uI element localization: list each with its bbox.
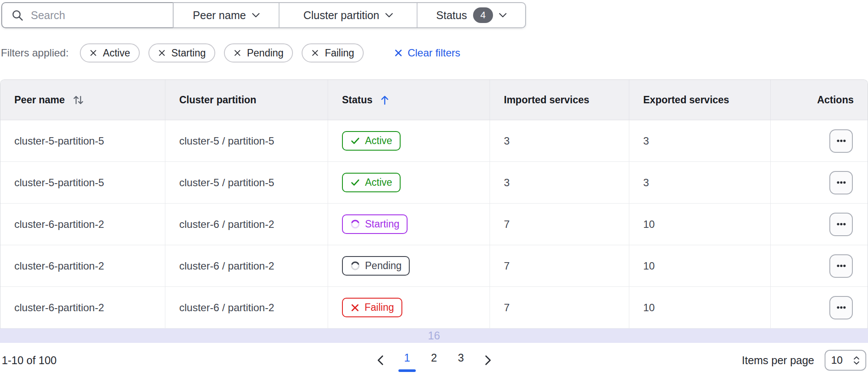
filter-chip-failing[interactable]: Failing — [302, 43, 364, 62]
actions-cell — [770, 120, 868, 161]
close-icon — [311, 49, 319, 57]
clear-filters-label: Clear filters — [408, 47, 460, 59]
chevron-down-icon — [499, 13, 506, 17]
peers-table: Peer name Cluster partition Status Impor… — [0, 79, 868, 329]
exported-services-cell: 3 — [629, 120, 770, 161]
imported-services-cell: 3 — [490, 162, 629, 203]
search-input[interactable] — [31, 9, 161, 22]
actions-cell — [770, 245, 868, 286]
clear-filters-button[interactable]: Clear filters — [394, 47, 460, 59]
table-row: cluster-6-partition-2 cluster-6 / partit… — [0, 245, 868, 287]
cluster-partition-cell: cluster-6 / partition-2 — [165, 204, 328, 245]
cluster-partition-cell: cluster-6 / partition-2 — [165, 245, 328, 286]
status-badge-pending: Pending — [342, 256, 410, 276]
close-icon — [394, 49, 403, 57]
status-badge-starting: Starting — [342, 214, 408, 234]
filters-applied-label: Filters applied: — [1, 47, 69, 59]
ellipsis-icon — [836, 261, 846, 271]
chevron-left-icon — [377, 355, 384, 365]
filters-applied-row: Filters applied: Active Starting Pending… — [1, 43, 460, 62]
active-page-underline — [398, 369, 416, 372]
chevron-down-icon — [385, 13, 393, 17]
ellipsis-icon — [836, 136, 846, 146]
close-icon — [89, 49, 97, 57]
status-badge-label: Pending — [365, 260, 401, 272]
check-icon — [350, 136, 360, 146]
filter-chip-label: Failing — [325, 47, 354, 59]
column-header-status[interactable]: Status — [328, 80, 490, 120]
peers-table-page: Peer name Cluster partition Status 4 Fil… — [0, 0, 868, 375]
check-icon — [350, 178, 360, 188]
filter-chip-label: Active — [103, 47, 130, 59]
row-actions-button[interactable] — [829, 254, 853, 278]
peer-name-dropdown-label: Peer name — [193, 9, 246, 22]
status-dropdown[interactable]: Status 4 — [417, 3, 525, 27]
cluster-partition-cell: cluster-5 / partition-5 — [165, 162, 328, 203]
column-header-imported-services: Imported services — [490, 80, 629, 120]
cluster-partition-dropdown[interactable]: Cluster partition — [279, 3, 417, 27]
column-header-label: Peer name — [14, 94, 65, 106]
peer-name-cell: cluster-5-partition-5 — [0, 120, 165, 161]
filter-chip-starting[interactable]: Starting — [148, 43, 215, 62]
ellipsis-icon — [836, 303, 846, 312]
exported-services-cell: 10 — [629, 287, 770, 328]
select-spinner-icon — [853, 355, 860, 365]
sort-both-icon — [72, 94, 84, 106]
previous-page-button[interactable] — [370, 348, 391, 372]
row-actions-button[interactable] — [829, 171, 853, 194]
column-header-label: Status — [342, 94, 372, 106]
page-button-3[interactable]: 3 — [450, 348, 471, 372]
column-header-label: Actions — [817, 94, 854, 106]
filter-chip-pending[interactable]: Pending — [224, 43, 293, 62]
search-icon — [11, 9, 24, 22]
filter-dropdown-group: Peer name Cluster partition Status 4 — [173, 2, 526, 28]
spinner-icon — [350, 219, 360, 229]
next-page-button[interactable] — [477, 348, 498, 372]
peer-name-dropdown[interactable]: Peer name — [174, 3, 279, 27]
page-button-2[interactable]: 2 — [424, 348, 444, 372]
page-number: 2 — [431, 352, 437, 364]
close-icon — [233, 49, 241, 57]
pager: 1 2 3 — [370, 348, 498, 372]
table-row: cluster-6-partition-2 cluster-6 / partit… — [0, 287, 868, 329]
items-per-page-control: Items per page 10 — [742, 350, 866, 371]
partial-row-text: 16 — [428, 329, 440, 342]
row-actions-button[interactable] — [829, 129, 853, 153]
row-actions-button[interactable] — [829, 296, 853, 319]
actions-cell — [770, 287, 868, 328]
ellipsis-icon — [836, 178, 846, 188]
search-box[interactable] — [1, 2, 173, 28]
imported-services-cell: 7 — [490, 287, 629, 328]
exported-services-cell: 3 — [629, 162, 770, 203]
status-count-badge: 4 — [473, 7, 493, 23]
row-actions-button[interactable] — [829, 213, 853, 236]
page-number: 1 — [404, 352, 410, 364]
filter-chip-active[interactable]: Active — [80, 43, 140, 62]
page-number: 3 — [458, 352, 464, 364]
column-header-label: Imported services — [504, 94, 589, 106]
items-range-label: 1-10 of 100 — [2, 354, 57, 367]
items-per-page-select[interactable]: 10 — [825, 350, 866, 371]
cluster-partition-cell: cluster-5 / partition-5 — [165, 120, 328, 161]
pagination-bar: 1-10 of 100 1 2 3 Items per page — [0, 346, 868, 374]
status-badge-label: Starting — [365, 218, 399, 230]
peer-name-cell: cluster-6-partition-2 — [0, 204, 165, 245]
status-badge-active: Active — [342, 173, 401, 192]
column-header-peer-name[interactable]: Peer name — [0, 80, 165, 120]
status-dropdown-label: Status — [436, 9, 467, 22]
x-icon — [350, 303, 360, 312]
exported-services-cell: 10 — [629, 204, 770, 245]
status-badge-label: Failing — [365, 302, 394, 313]
status-badge-label: Active — [365, 135, 392, 147]
status-cell: Failing — [328, 287, 490, 328]
status-badge-active: Active — [342, 131, 401, 151]
close-icon — [158, 49, 166, 57]
chevron-down-icon — [252, 13, 260, 17]
imported-services-cell: 3 — [490, 120, 629, 161]
peer-name-cell: cluster-6-partition-2 — [0, 245, 165, 286]
peer-name-cell: cluster-5-partition-5 — [0, 162, 165, 203]
partial-table-row: 16 — [0, 329, 868, 343]
page-button-1[interactable]: 1 — [397, 348, 418, 372]
items-per-page-label: Items per page — [742, 354, 814, 367]
sort-ascending-icon — [380, 95, 389, 105]
